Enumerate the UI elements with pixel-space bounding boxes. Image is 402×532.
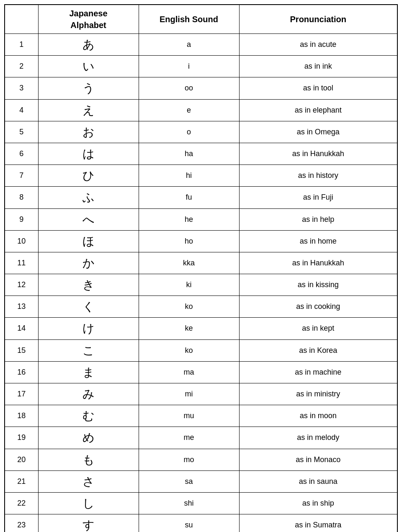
row-pronunciation: as in ink <box>239 56 397 77</box>
row-sound: oo <box>139 77 239 99</box>
row-japanese: し <box>38 492 139 514</box>
japanese-alphabet-table: JapaneseAlphabet English Sound Pronuncia… <box>4 4 398 532</box>
row-sound: ho <box>139 230 239 252</box>
row-japanese: も <box>38 449 139 470</box>
row-pronunciation: as in melody <box>239 427 397 449</box>
row-japanese: は <box>38 143 139 164</box>
row-sound: hi <box>139 165 239 187</box>
row-pronunciation: as in Korea <box>239 339 397 361</box>
row-pronunciation: as in Sumatra <box>239 514 397 532</box>
row-number: 14 <box>5 318 38 339</box>
table-row: 22しshias in ship <box>5 492 397 514</box>
row-pronunciation: as in help <box>239 208 397 230</box>
row-japanese: ふ <box>38 187 139 208</box>
row-number: 23 <box>5 514 38 532</box>
row-number: 17 <box>5 383 38 405</box>
row-number: 13 <box>5 296 38 318</box>
row-number: 20 <box>5 449 38 470</box>
header-japanese: JapaneseAlphabet <box>38 5 139 34</box>
row-sound: i <box>139 56 239 77</box>
row-sound: su <box>139 514 239 532</box>
row-number: 5 <box>5 121 38 143</box>
row-japanese: あ <box>38 34 139 56</box>
row-pronunciation: as in Fuji <box>239 187 397 208</box>
row-japanese: い <box>38 56 139 77</box>
row-japanese: み <box>38 383 139 405</box>
row-pronunciation: as in home <box>239 230 397 252</box>
row-number: 15 <box>5 339 38 361</box>
row-sound: shi <box>139 492 239 514</box>
row-pronunciation: as in history <box>239 165 397 187</box>
row-sound: ko <box>139 339 239 361</box>
table-row: 15こkoas in Korea <box>5 339 397 361</box>
row-sound: a <box>139 34 239 56</box>
table-row: 14けkeas in kept <box>5 318 397 339</box>
row-sound: fu <box>139 187 239 208</box>
header-row: JapaneseAlphabet English Sound Pronuncia… <box>5 5 397 34</box>
table-row: 6はhaas in Hanukkah <box>5 143 397 164</box>
table-row: 16まmaas in machine <box>5 361 397 383</box>
table-row: 18むmuas in moon <box>5 405 397 427</box>
table-row: 1あaas in acute <box>5 34 397 56</box>
row-number: 9 <box>5 208 38 230</box>
table-row: 17みmias in ministry <box>5 383 397 405</box>
table-row: 4えeas in elephant <box>5 99 397 121</box>
row-sound: mo <box>139 449 239 470</box>
row-japanese: ま <box>38 361 139 383</box>
row-pronunciation: as in Hanukkah <box>239 143 397 164</box>
row-pronunciation: as in ministry <box>239 383 397 405</box>
row-sound: mi <box>139 383 239 405</box>
row-sound: o <box>139 121 239 143</box>
row-japanese: う <box>38 77 139 99</box>
row-number: 22 <box>5 492 38 514</box>
row-sound: ki <box>139 274 239 296</box>
row-number: 16 <box>5 361 38 383</box>
table-row: 19めmeas in melody <box>5 427 397 449</box>
header-sound: English Sound <box>139 5 239 34</box>
table-row: 8ふfuas in Fuji <box>5 187 397 208</box>
row-sound: he <box>139 208 239 230</box>
row-sound: ma <box>139 361 239 383</box>
row-pronunciation: as in ship <box>239 492 397 514</box>
row-number: 3 <box>5 77 38 99</box>
row-japanese: け <box>38 318 139 339</box>
row-japanese: お <box>38 121 139 143</box>
row-japanese: す <box>38 514 139 532</box>
row-pronunciation: as in cooking <box>239 296 397 318</box>
row-sound: me <box>139 427 239 449</box>
table-row: 7ひhias in history <box>5 165 397 187</box>
row-pronunciation: as in sauna <box>239 470 397 492</box>
row-number: 18 <box>5 405 38 427</box>
row-sound: ko <box>139 296 239 318</box>
row-japanese: む <box>38 405 139 427</box>
row-number: 6 <box>5 143 38 164</box>
row-japanese: め <box>38 427 139 449</box>
row-pronunciation: as in Omega <box>239 121 397 143</box>
row-pronunciation: as in elephant <box>239 99 397 121</box>
table-row: 12きkias in kissing <box>5 274 397 296</box>
row-japanese: き <box>38 274 139 296</box>
row-sound: mu <box>139 405 239 427</box>
row-japanese: ほ <box>38 230 139 252</box>
table-row: 20もmoas in Monaco <box>5 449 397 470</box>
row-japanese: こ <box>38 339 139 361</box>
row-number: 7 <box>5 165 38 187</box>
row-japanese: さ <box>38 470 139 492</box>
row-number: 8 <box>5 187 38 208</box>
row-number: 10 <box>5 230 38 252</box>
table-row: 10ほhoas in home <box>5 230 397 252</box>
row-sound: ha <box>139 143 239 164</box>
header-pronunciation: Pronunciation <box>239 5 397 34</box>
row-japanese: く <box>38 296 139 318</box>
row-sound: e <box>139 99 239 121</box>
row-sound: kka <box>139 252 239 274</box>
row-number: 12 <box>5 274 38 296</box>
row-japanese: ひ <box>38 165 139 187</box>
row-japanese: へ <box>38 208 139 230</box>
row-number: 19 <box>5 427 38 449</box>
row-pronunciation: as in kissing <box>239 274 397 296</box>
row-number: 21 <box>5 470 38 492</box>
table-row: 9へheas in help <box>5 208 397 230</box>
row-pronunciation: as in moon <box>239 405 397 427</box>
table-row: 13くkoas in cooking <box>5 296 397 318</box>
